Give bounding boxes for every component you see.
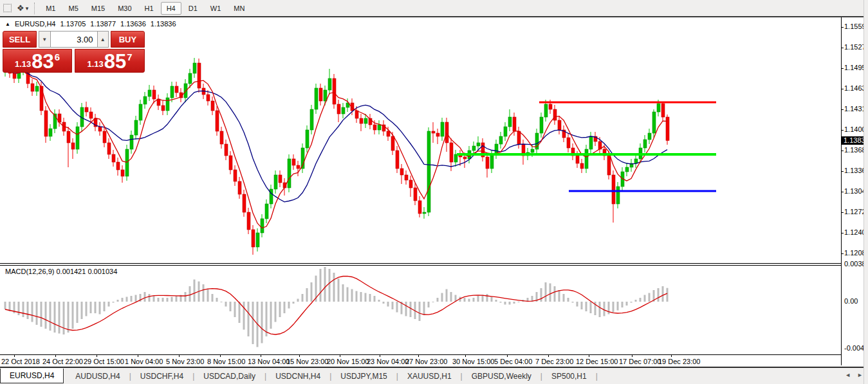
chart-area[interactable]: ▲ EURUSD,H4 1.13705 1.13877 1.13636 1.13… — [0, 17, 868, 367]
timeframe-button-M5[interactable]: M5 — [62, 2, 84, 15]
candle — [189, 73, 192, 84]
candle — [652, 112, 656, 133]
tile-charts-icon[interactable]: ❖ ▾ — [14, 2, 31, 15]
candle — [171, 86, 174, 98]
ohlc-high: 1.13877 — [90, 20, 116, 28]
candle — [405, 175, 408, 180]
price-tick — [842, 233, 844, 233]
macd-indicator-pane[interactable] — [0, 265, 841, 354]
candle — [585, 149, 588, 169]
candle — [130, 135, 133, 149]
timeframe-button-M1[interactable]: M1 — [40, 2, 61, 15]
candle — [625, 167, 629, 172]
candle — [265, 204, 268, 219]
volume-decrease-button[interactable]: ▼ — [39, 31, 50, 48]
candle-wicks — [5, 58, 667, 255]
time-tick — [340, 354, 340, 357]
candle — [643, 140, 647, 148]
candle — [211, 101, 214, 111]
timeframe-button-H1[interactable]: H1 — [139, 2, 160, 15]
candle — [580, 163, 584, 169]
chart-tab-sp500[interactable]: SP500,H1 — [544, 370, 595, 383]
candle — [247, 212, 250, 230]
time-tick — [138, 354, 138, 357]
sell-price-prefix: 1.13 — [15, 59, 31, 69]
price-tick — [842, 48, 844, 48]
time-axis-label: 8 Nov 15:00 — [207, 358, 245, 365]
volume-input[interactable] — [51, 31, 97, 48]
candle — [162, 105, 165, 111]
symbol-label: EURUSD,H4 — [15, 20, 56, 28]
tab-scroll-right-icon[interactable]: ► — [857, 372, 863, 378]
time-tick — [261, 354, 261, 357]
candle — [107, 143, 111, 154]
mt4-window: ❖ ▾ M1M5M15M30H1H4D1W1MN ▲ EURUSD,H4 1.1… — [0, 0, 868, 384]
chart-tab-usdchf[interactable]: USDCHF,H4 — [133, 370, 191, 383]
tab-separator: | — [191, 372, 196, 381]
tab-separator: | — [128, 372, 133, 381]
time-tick — [299, 354, 300, 357]
tab-separator: | — [459, 372, 464, 381]
candle — [486, 157, 489, 169]
candle — [648, 133, 651, 140]
candle — [513, 117, 516, 131]
chart-tab-gbpusd[interactable]: GBPUSD,Weekly — [464, 370, 539, 383]
time-tick — [97, 354, 97, 357]
time-axis-label: 5 Dec 04:00 — [494, 358, 532, 365]
ohlc-open: 1.13705 — [60, 20, 86, 28]
candle — [567, 138, 570, 148]
timeframe-button-H4[interactable]: H4 — [161, 2, 181, 15]
candle — [116, 162, 120, 170]
price-tick — [842, 27, 844, 28]
toolbar-separator — [34, 3, 35, 14]
chart-tab-eurusd[interactable]: EURUSD,H4 — [0, 369, 64, 383]
candle — [414, 188, 417, 201]
candle — [134, 120, 138, 135]
chart-tab-usdcnh[interactable]: USDCNH,H4 — [268, 370, 328, 383]
buy-button[interactable]: BUY — [111, 31, 145, 48]
chart-tab-xauusd[interactable]: XAUUSD,H1 — [400, 370, 459, 383]
chart-tab-audusd[interactable]: AUDUSD,H4 — [68, 370, 127, 383]
candle — [409, 180, 412, 188]
candle — [292, 159, 295, 165]
candle — [67, 131, 70, 143]
sell-button[interactable]: SELL — [3, 31, 37, 48]
timeframe-button-M30[interactable]: M30 — [112, 2, 137, 15]
timeframe-button-D1[interactable]: D1 — [183, 2, 203, 15]
tab-separator: | — [395, 372, 400, 381]
candle — [423, 212, 426, 214]
buy-price-button[interactable]: 1.13 85 7 — [75, 49, 145, 73]
candle — [432, 131, 435, 133]
candle — [504, 127, 507, 136]
chart-tab-usdcad[interactable]: USDCAD,Daily — [196, 370, 263, 383]
candle — [89, 112, 93, 118]
tab-scroll-left-icon[interactable]: ◄ — [845, 372, 851, 378]
candle — [243, 194, 246, 212]
price-tick — [842, 151, 844, 151]
timeframe-button-M15[interactable]: M15 — [86, 2, 111, 15]
candle — [274, 175, 277, 189]
time-axis-label: 17 Dec 07:00 — [619, 358, 661, 365]
candle — [49, 129, 52, 136]
time-tick — [380, 354, 380, 357]
candle — [517, 131, 521, 144]
time-axis-label: 22 Oct 2018 — [1, 358, 40, 365]
candle — [342, 107, 345, 114]
price-tick — [842, 68, 844, 69]
sell-price-button[interactable]: 1.13 83 6 — [3, 49, 72, 73]
macd-axis-label: 0.00 — [844, 297, 858, 305]
candle — [31, 84, 34, 91]
candle — [544, 104, 548, 117]
candle — [661, 104, 665, 117]
chart-tab-usdjpy[interactable]: USDJPY,M15 — [333, 370, 394, 383]
timeframe-button-W1[interactable]: W1 — [205, 2, 227, 15]
time-axis-label: 20 Nov 15:00 — [327, 358, 369, 365]
selection-rect-icon[interactable] — [0, 2, 14, 15]
volume-increase-button[interactable]: ▲ — [97, 31, 109, 48]
candle — [360, 118, 363, 123]
macd-bottom-border — [0, 354, 841, 355]
time-axis-label: 27 Nov 23:00 — [405, 358, 447, 365]
candle — [152, 90, 156, 99]
candle — [310, 109, 313, 130]
timeframe-button-MN[interactable]: MN — [228, 2, 250, 15]
